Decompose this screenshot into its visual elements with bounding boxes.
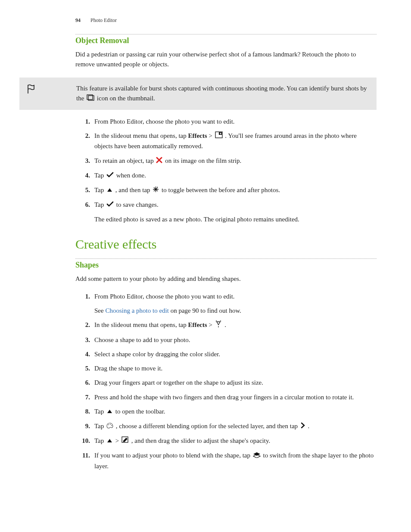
svg-marker-7 <box>217 322 220 325</box>
step-7: Press and hold the shape with two finger… <box>75 392 377 402</box>
triangle-up-icon <box>106 407 113 417</box>
note-box: This feature is available for burst shot… <box>19 78 377 110</box>
divider <box>75 258 377 259</box>
step-5: Tap , and then tap to toggle between the… <box>75 185 377 196</box>
step-3: Choose a shape to add to your photo. <box>75 335 377 345</box>
step-4: Tap when done. <box>75 171 377 181</box>
shapes-effect-icon <box>215 320 222 330</box>
burst-thumbnail-icon <box>87 94 94 104</box>
page-header: 94 Photo Editor <box>34 17 377 24</box>
step-11: If you want to adjust your photo to blen… <box>75 451 377 471</box>
page-number: 94 <box>75 17 81 23</box>
edit-layer-icon <box>121 436 129 446</box>
chevron-right-icon <box>300 422 305 432</box>
object-removal-steps: From Photo Editor, choose the photo you … <box>75 117 377 225</box>
step-9: Tap , choose a different blending option… <box>75 421 377 432</box>
sparkle-icon <box>153 186 159 196</box>
shapes-intro: Add some pattern to your photo by adding… <box>75 274 377 284</box>
svg-marker-12 <box>107 439 112 442</box>
x-icon <box>156 156 162 166</box>
check-icon <box>106 200 114 210</box>
check-icon <box>106 171 114 181</box>
step-6: Tap to save changes. The edited photo is… <box>75 200 377 224</box>
triangle-up-icon <box>106 186 113 196</box>
divider <box>75 34 377 34</box>
subsection-heading-shapes: Shapes <box>75 261 377 270</box>
step-2: In the slideout menu that opens, tap Eff… <box>75 320 377 330</box>
triangle-up-icon <box>106 436 113 446</box>
layers-switch-icon <box>253 451 261 461</box>
step-5: Drag the shape to move it. <box>75 364 377 373</box>
step-1: From Photo Editor, choose the photo you … <box>75 292 377 316</box>
svg-marker-14 <box>253 452 260 456</box>
step-6: Drag your fingers apart or together on t… <box>75 378 377 388</box>
step-10: Tap > , and then drag the slider to adju… <box>75 436 377 446</box>
shapes-steps: From Photo Editor, choose the photo you … <box>75 292 377 471</box>
section-heading-object-removal: Object Removal <box>75 36 377 45</box>
svg-point-6 <box>157 187 158 187</box>
svg-marker-5 <box>107 188 112 192</box>
svg-point-10 <box>110 424 111 425</box>
object-removal-effect-icon <box>215 131 223 141</box>
svg-marker-8 <box>107 410 112 413</box>
step-4: Select a shape color by dragging the col… <box>75 349 377 359</box>
svg-point-11 <box>111 425 112 426</box>
palette-icon <box>106 422 113 432</box>
flag-icon <box>25 84 43 96</box>
section-name: Photo Editor <box>90 17 117 23</box>
link-choosing-photo[interactable]: Choosing a photo to edit <box>105 307 169 314</box>
step-8: Tap to open the toolbar. <box>75 407 377 417</box>
step-6-note: The edited photo is saved as a new photo… <box>94 215 377 224</box>
step-3: To retain an object, tap on its image on… <box>75 156 377 166</box>
step-1: From Photo Editor, choose the photo you … <box>75 117 377 127</box>
section-heading-creative-effects: Creative effects <box>75 237 377 252</box>
intro-paragraph: Did a pedestrian or passing car ruin you… <box>75 50 377 70</box>
svg-point-9 <box>108 424 109 425</box>
step-2: In the slideout menu that opens, tap Eff… <box>75 131 377 151</box>
note-text-b: icon on the thumbnail. <box>97 95 155 102</box>
